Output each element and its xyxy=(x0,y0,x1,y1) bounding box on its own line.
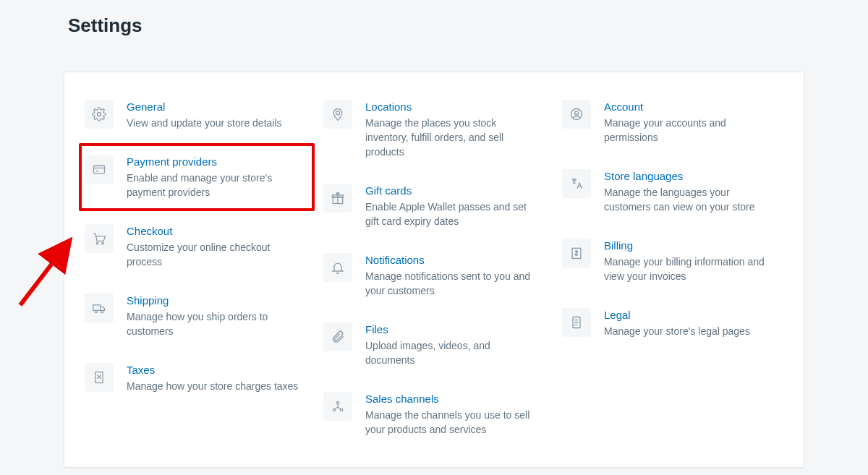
setting-channels[interactable]: Sales channels Manage the channels you u… xyxy=(323,389,545,440)
svg-point-8 xyxy=(336,111,340,115)
setting-payments[interactable]: Payment providers Enable and manage your… xyxy=(85,152,306,202)
setting-desc: View and update your store details xyxy=(127,117,282,129)
svg-point-11 xyxy=(336,401,339,403)
gear-icon xyxy=(85,100,114,129)
svg-point-6 xyxy=(101,310,103,312)
svg-point-15 xyxy=(575,111,579,115)
setting-billing[interactable]: Billing Manage your billing information … xyxy=(562,236,783,286)
setting-desc: Manage the languages your customers can … xyxy=(604,187,755,213)
settings-page: Settings General View and update your st… xyxy=(0,0,868,468)
cart-icon xyxy=(85,224,114,253)
setting-title: Payment providers xyxy=(127,155,302,169)
svg-rect-1 xyxy=(94,166,105,174)
setting-desc: Enable Apple Wallet passes and set gift … xyxy=(365,201,527,227)
setting-checkout[interactable]: Checkout Customize your online checkout … xyxy=(85,221,306,272)
setting-title: Gift cards xyxy=(365,184,540,198)
setting-title: Sales channels xyxy=(365,392,540,406)
setting-general[interactable]: General View and update your store detai… xyxy=(85,97,306,133)
setting-legal[interactable]: Legal Manage your store's legal pages xyxy=(562,305,783,341)
setting-title: Account xyxy=(604,100,779,114)
setting-account[interactable]: Account Manage your accounts and permiss… xyxy=(562,97,783,147)
user-icon xyxy=(562,100,591,129)
setting-title: Legal xyxy=(604,308,779,322)
setting-notifications[interactable]: Notifications Manage notifications sent … xyxy=(323,250,545,301)
setting-title: Shipping xyxy=(127,294,302,308)
svg-point-0 xyxy=(98,113,101,116)
setting-locations[interactable]: Locations Manage the places you stock in… xyxy=(323,97,545,162)
setting-title: Files xyxy=(365,322,540,337)
bell-icon xyxy=(323,253,352,282)
receipt-icon xyxy=(85,363,114,392)
setting-taxes[interactable]: Taxes Manage how your store charges taxe… xyxy=(85,360,306,396)
svg-point-2 xyxy=(96,242,98,244)
setting-desc: Manage notifications sent to you and you… xyxy=(365,270,530,296)
setting-title: Store languages xyxy=(604,169,779,184)
setting-giftcards[interactable]: Gift cards Enable Apple Wallet passes an… xyxy=(323,181,545,231)
setting-shipping[interactable]: Shipping Manage how you ship orders to c… xyxy=(85,291,306,341)
svg-rect-4 xyxy=(93,305,101,311)
highlight-annotation: Payment providers Enable and manage your… xyxy=(79,143,315,211)
setting-title: Billing xyxy=(604,239,779,253)
setting-desc: Manage your store's legal pages xyxy=(604,325,750,337)
setting-title: Taxes xyxy=(127,363,302,377)
translate-icon xyxy=(562,169,591,198)
settings-card: General View and update your store detai… xyxy=(64,72,804,468)
svg-point-5 xyxy=(95,310,97,312)
setting-desc: Manage the channels you use to sell your… xyxy=(365,409,529,435)
setting-languages[interactable]: Store languages Manage the languages you… xyxy=(562,166,783,217)
svg-point-3 xyxy=(102,242,104,244)
col-3: Account Manage your accounts and permiss… xyxy=(562,97,783,440)
location-icon xyxy=(323,100,352,129)
setting-title: General xyxy=(127,100,302,114)
col-1: General View and update your store detai… xyxy=(85,97,306,440)
card-icon xyxy=(85,155,114,184)
page-title: Settings xyxy=(68,14,804,37)
gift-icon xyxy=(323,184,352,213)
setting-files[interactable]: Files Upload images, videos, and documen… xyxy=(323,320,545,370)
setting-desc: Customize your online checkout process xyxy=(127,241,270,268)
setting-title: Locations xyxy=(365,100,540,114)
setting-desc: Enable and manage your store's payment p… xyxy=(127,172,272,198)
setting-title: Notifications xyxy=(365,253,540,268)
setting-desc: Manage how your store charges taxes xyxy=(127,380,298,392)
col-2: Locations Manage the places you stock in… xyxy=(323,97,545,440)
legal-icon xyxy=(562,308,591,337)
clip-icon xyxy=(323,322,352,351)
setting-title: Checkout xyxy=(127,224,302,239)
setting-desc: Manage how you ship orders to customers xyxy=(127,311,268,337)
setting-desc: Upload images, videos, and documents xyxy=(365,340,490,366)
billing-icon xyxy=(562,239,591,268)
truck-icon xyxy=(85,294,114,322)
channels-icon xyxy=(323,392,352,421)
setting-desc: Manage the places you stock inventory, f… xyxy=(365,117,503,158)
setting-desc: Manage your billing information and view… xyxy=(604,256,765,282)
settings-grid: General View and update your store detai… xyxy=(85,97,783,440)
setting-desc: Manage your accounts and permissions xyxy=(604,117,726,143)
